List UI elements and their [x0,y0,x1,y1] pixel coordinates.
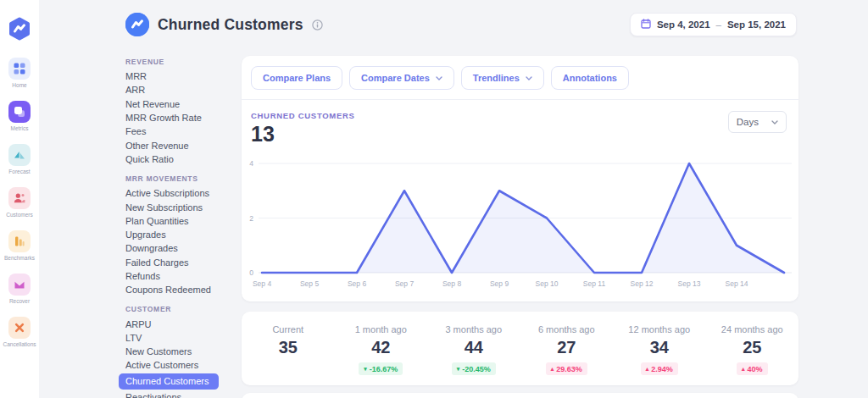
svg-text:Sep 11: Sep 11 [583,279,606,288]
forecast-icon [8,144,31,166]
annotations-button[interactable]: Annotations [551,66,629,90]
svg-text:Sep 14: Sep 14 [726,279,748,288]
stat-6-months-ago: 6 months ago27▴29.63% [520,324,614,375]
sidebar-item-refunds[interactable]: Refunds [119,269,239,283]
title-group: Churned Customers [125,13,323,36]
sidebar-item-coupons-redeemed[interactable]: Coupons Redeemed [119,283,239,296]
stat-change-badge: ▾-20.45% [452,362,496,375]
stat-label: 24 months ago [706,324,799,334]
sidebar-item-active-subscriptions[interactable]: Active Subscriptions [119,186,239,200]
svg-text:Sep 8: Sep 8 [442,279,461,288]
recover-icon [8,274,31,296]
button-label: Trendlines [473,73,520,83]
sidebar-item-active-customers[interactable]: Active Customers [119,358,239,372]
rail-item-benchmarks[interactable]: Benchmarks [3,230,36,261]
rail-item-label: Cancellations [3,341,36,347]
icon-rail: Home Metrics Forecast Customers Benchmar… [0,0,39,398]
sidebar-section-revenue: REVENUE [119,58,239,66]
chart-toolbar: Compare PlansCompare Dates Trendlines An… [242,56,798,100]
svg-text:Sep 13: Sep 13 [678,279,701,288]
metric-total-value: 13 [251,122,355,146]
triangle-up-icon: ▴ [742,366,745,372]
date-range-end: Sep 15, 2021 [727,19,786,30]
home-icon [8,58,31,80]
stat-label: 3 months ago [427,324,520,334]
stat-change-value: 29.63% [556,365,582,373]
metric-summary: CHURNED CUSTOMERS 13 [251,111,355,146]
rail-item-home[interactable]: Home [3,58,36,88]
rail-item-forecast[interactable]: Forecast [3,144,36,174]
sidebar-item-upgrades[interactable]: Upgrades [119,228,239,241]
sidebar-item-mrr-growth-rate[interactable]: MRR Growth Rate [119,111,239,124]
sidebar-item-new-subscriptions[interactable]: New Subscriptions [119,200,239,213]
sidebar-item-new-customers[interactable]: New Customers [119,345,239,358]
sidebar-item-mrr[interactable]: MRR [119,69,239,83]
sidebar-item-arpu[interactable]: ARPU [119,317,239,330]
sidebar-item-net-revenue[interactable]: Net Revenue [119,97,239,111]
triangle-down-icon: ▾ [364,366,367,372]
compare-dates-button[interactable]: Compare Dates [349,66,454,90]
stat-value: 35 [242,338,335,357]
stat-change-badge: ▴40% [737,362,768,375]
sidebar-item-reactivations[interactable]: Reactivations [119,390,239,398]
stat-value: 27 [520,338,614,357]
baremetrics-logo[interactable] [8,17,31,44]
interval-dropdown[interactable]: Days [728,111,787,133]
stat-change-value: 2.94% [651,365,673,373]
rail-item-customers[interactable]: Customers [3,187,36,218]
stat-change-badge: ▴2.94% [641,362,678,375]
stat-change-value: -20.45% [462,365,491,373]
svg-text:Sep 7: Sep 7 [395,279,414,288]
rail-item-label: Metrics [11,125,29,131]
triangle-up-icon: ▴ [646,366,649,372]
rail-nav: Home Metrics Forecast Customers Benchmar… [3,58,36,360]
comparison-stats-card: Current351 month ago42▾-16.67%3 months a… [242,312,798,385]
rail-item-label: Benchmarks [4,255,35,261]
metric-logo-icon [125,13,149,36]
svg-text:Sep 9: Sep 9 [490,279,509,288]
rail-item-recover[interactable]: Recover [3,274,36,304]
stat-1-month-ago: 1 month ago42▾-16.67% [335,324,428,375]
stat-change-value: 40% [748,365,763,373]
button-label: Annotations [563,73,617,83]
stat-12-months-ago: 12 months ago34▴2.94% [613,324,706,375]
sidebar-item-plan-quantities[interactable]: Plan Quantities [119,214,239,228]
stat-24-months-ago: 24 months ago25▴40% [706,324,799,375]
cancellations-icon [8,317,31,339]
compare-plans-button[interactable]: Compare Plans [251,66,342,90]
stat-label: 6 months ago [520,324,614,334]
metrics-icon [8,101,31,123]
metric-summary-row: CHURNED CUSTOMERS 13 Days [242,100,798,146]
trendlines-button[interactable]: Trendlines [461,66,544,90]
chevron-down-icon [771,120,778,124]
date-range-picker[interactable]: Sep 4, 2021 – Sep 15, 2021 [630,13,797,36]
button-label: Compare Plans [263,73,331,83]
rail-item-label: Home [12,82,26,88]
rail-item-label: Forecast [8,169,30,174]
triangle-up-icon: ▴ [551,366,554,372]
sidebar-item-fees[interactable]: Fees [119,124,239,138]
rail-item-metrics[interactable]: Metrics [3,101,36,131]
triangle-down-icon: ▾ [457,366,460,372]
rail-item-label: Recover [9,298,30,304]
stat-value: 34 [613,338,706,357]
customers-icon [8,187,31,209]
page-title: Churned Customers [158,16,303,34]
rail-item-label: Customers [6,212,32,218]
chevron-down-icon [436,76,442,80]
rail-item-cancellations[interactable]: Cancellations [3,317,36,347]
svg-text:Sep 10: Sep 10 [536,279,559,288]
sidebar-item-quick-ratio[interactable]: Quick Ratio [119,152,239,166]
page-header: Churned Customers Sep 4, 2021 – Sep 15, … [125,13,797,36]
sidebar-item-other-revenue[interactable]: Other Revenue [119,138,239,152]
sidebar-item-downgrades[interactable]: Downgrades [119,241,239,255]
sidebar-item-ltv[interactable]: LTV [119,331,239,345]
sidebar-item-failed-charges[interactable]: Failed Charges [119,256,239,269]
button-label: Compare Dates [361,73,430,83]
sidebar-item-churned-customers[interactable]: Churned Customers [119,373,219,390]
info-icon[interactable] [312,19,323,30]
stat-label: 1 month ago [335,324,428,334]
sidebar-item-arr[interactable]: ARR [119,83,239,97]
svg-text:Sep 6: Sep 6 [348,279,366,288]
next-section-card [242,393,798,398]
